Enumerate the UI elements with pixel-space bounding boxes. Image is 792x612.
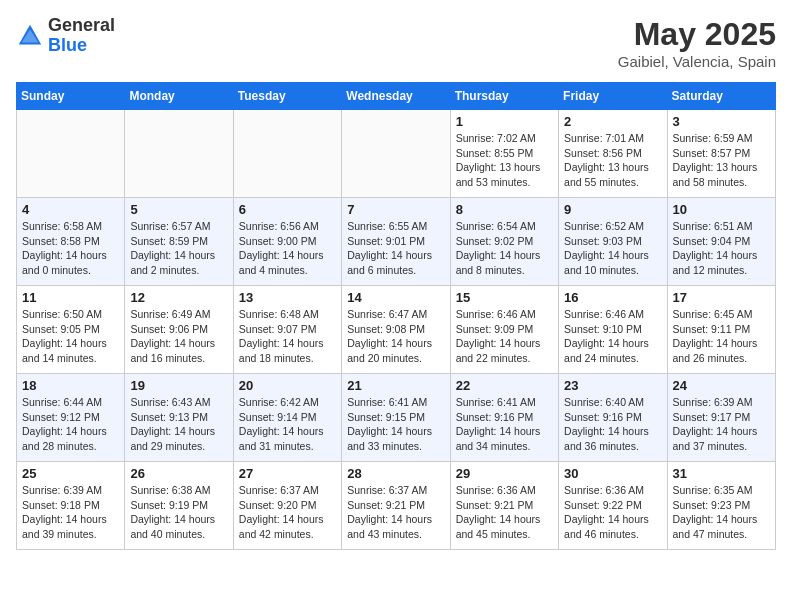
calendar-cell: 22Sunrise: 6:41 AMSunset: 9:16 PMDayligh… xyxy=(450,374,558,462)
calendar-cell: 10Sunrise: 6:51 AMSunset: 9:04 PMDayligh… xyxy=(667,198,775,286)
day-info: Sunrise: 7:01 AMSunset: 8:56 PMDaylight:… xyxy=(564,131,661,190)
calendar-cell: 25Sunrise: 6:39 AMSunset: 9:18 PMDayligh… xyxy=(17,462,125,550)
day-number: 27 xyxy=(239,466,336,481)
title-block: May 2025 Gaibiel, Valencia, Spain xyxy=(618,16,776,70)
day-number: 18 xyxy=(22,378,119,393)
day-info: Sunrise: 6:52 AMSunset: 9:03 PMDaylight:… xyxy=(564,219,661,278)
calendar-cell: 20Sunrise: 6:42 AMSunset: 9:14 PMDayligh… xyxy=(233,374,341,462)
day-info: Sunrise: 6:37 AMSunset: 9:21 PMDaylight:… xyxy=(347,483,444,542)
day-info: Sunrise: 6:55 AMSunset: 9:01 PMDaylight:… xyxy=(347,219,444,278)
day-number: 2 xyxy=(564,114,661,129)
day-info: Sunrise: 6:36 AMSunset: 9:22 PMDaylight:… xyxy=(564,483,661,542)
month-year: May 2025 xyxy=(618,16,776,53)
calendar-cell: 24Sunrise: 6:39 AMSunset: 9:17 PMDayligh… xyxy=(667,374,775,462)
calendar-cell: 13Sunrise: 6:48 AMSunset: 9:07 PMDayligh… xyxy=(233,286,341,374)
logo: General Blue xyxy=(16,16,115,56)
weekday-header-tuesday: Tuesday xyxy=(233,83,341,110)
day-number: 8 xyxy=(456,202,553,217)
day-number: 22 xyxy=(456,378,553,393)
day-info: Sunrise: 6:54 AMSunset: 9:02 PMDaylight:… xyxy=(456,219,553,278)
calendar-week-row: 4Sunrise: 6:58 AMSunset: 8:58 PMDaylight… xyxy=(17,198,776,286)
day-info: Sunrise: 6:42 AMSunset: 9:14 PMDaylight:… xyxy=(239,395,336,454)
day-number: 19 xyxy=(130,378,227,393)
day-number: 3 xyxy=(673,114,770,129)
weekday-header-sunday: Sunday xyxy=(17,83,125,110)
calendar-week-row: 11Sunrise: 6:50 AMSunset: 9:05 PMDayligh… xyxy=(17,286,776,374)
weekday-header-thursday: Thursday xyxy=(450,83,558,110)
calendar-cell: 30Sunrise: 6:36 AMSunset: 9:22 PMDayligh… xyxy=(559,462,667,550)
calendar-cell: 18Sunrise: 6:44 AMSunset: 9:12 PMDayligh… xyxy=(17,374,125,462)
calendar-week-row: 1Sunrise: 7:02 AMSunset: 8:55 PMDaylight… xyxy=(17,110,776,198)
day-number: 4 xyxy=(22,202,119,217)
day-number: 14 xyxy=(347,290,444,305)
calendar-cell: 29Sunrise: 6:36 AMSunset: 9:21 PMDayligh… xyxy=(450,462,558,550)
day-info: Sunrise: 6:51 AMSunset: 9:04 PMDaylight:… xyxy=(673,219,770,278)
day-info: Sunrise: 6:39 AMSunset: 9:17 PMDaylight:… xyxy=(673,395,770,454)
page-header: General Blue May 2025 Gaibiel, Valencia,… xyxy=(16,16,776,70)
day-info: Sunrise: 6:36 AMSunset: 9:21 PMDaylight:… xyxy=(456,483,553,542)
day-info: Sunrise: 6:40 AMSunset: 9:16 PMDaylight:… xyxy=(564,395,661,454)
day-number: 12 xyxy=(130,290,227,305)
calendar-cell: 9Sunrise: 6:52 AMSunset: 9:03 PMDaylight… xyxy=(559,198,667,286)
day-number: 6 xyxy=(239,202,336,217)
calendar-cell: 27Sunrise: 6:37 AMSunset: 9:20 PMDayligh… xyxy=(233,462,341,550)
day-info: Sunrise: 6:39 AMSunset: 9:18 PMDaylight:… xyxy=(22,483,119,542)
calendar-week-row: 25Sunrise: 6:39 AMSunset: 9:18 PMDayligh… xyxy=(17,462,776,550)
day-number: 1 xyxy=(456,114,553,129)
calendar-cell: 11Sunrise: 6:50 AMSunset: 9:05 PMDayligh… xyxy=(17,286,125,374)
calendar-cell: 8Sunrise: 6:54 AMSunset: 9:02 PMDaylight… xyxy=(450,198,558,286)
day-info: Sunrise: 6:49 AMSunset: 9:06 PMDaylight:… xyxy=(130,307,227,366)
calendar-cell xyxy=(342,110,450,198)
logo-icon xyxy=(16,22,44,50)
location: Gaibiel, Valencia, Spain xyxy=(618,53,776,70)
day-info: Sunrise: 6:38 AMSunset: 9:19 PMDaylight:… xyxy=(130,483,227,542)
day-number: 30 xyxy=(564,466,661,481)
day-number: 10 xyxy=(673,202,770,217)
calendar-cell: 7Sunrise: 6:55 AMSunset: 9:01 PMDaylight… xyxy=(342,198,450,286)
day-number: 28 xyxy=(347,466,444,481)
calendar-cell: 23Sunrise: 6:40 AMSunset: 9:16 PMDayligh… xyxy=(559,374,667,462)
calendar-cell: 12Sunrise: 6:49 AMSunset: 9:06 PMDayligh… xyxy=(125,286,233,374)
weekday-header-wednesday: Wednesday xyxy=(342,83,450,110)
day-info: Sunrise: 6:46 AMSunset: 9:09 PMDaylight:… xyxy=(456,307,553,366)
day-info: Sunrise: 6:59 AMSunset: 8:57 PMDaylight:… xyxy=(673,131,770,190)
calendar-cell: 4Sunrise: 6:58 AMSunset: 8:58 PMDaylight… xyxy=(17,198,125,286)
day-info: Sunrise: 6:57 AMSunset: 8:59 PMDaylight:… xyxy=(130,219,227,278)
day-number: 17 xyxy=(673,290,770,305)
calendar-cell xyxy=(233,110,341,198)
day-info: Sunrise: 6:41 AMSunset: 9:16 PMDaylight:… xyxy=(456,395,553,454)
day-info: Sunrise: 6:41 AMSunset: 9:15 PMDaylight:… xyxy=(347,395,444,454)
day-number: 20 xyxy=(239,378,336,393)
weekday-header-monday: Monday xyxy=(125,83,233,110)
logo-blue-text: Blue xyxy=(48,35,87,55)
calendar-cell: 2Sunrise: 7:01 AMSunset: 8:56 PMDaylight… xyxy=(559,110,667,198)
calendar-cell: 19Sunrise: 6:43 AMSunset: 9:13 PMDayligh… xyxy=(125,374,233,462)
day-number: 5 xyxy=(130,202,227,217)
weekday-header-friday: Friday xyxy=(559,83,667,110)
calendar-cell xyxy=(17,110,125,198)
day-info: Sunrise: 6:50 AMSunset: 9:05 PMDaylight:… xyxy=(22,307,119,366)
day-info: Sunrise: 6:47 AMSunset: 9:08 PMDaylight:… xyxy=(347,307,444,366)
day-number: 13 xyxy=(239,290,336,305)
weekday-header-row: SundayMondayTuesdayWednesdayThursdayFrid… xyxy=(17,83,776,110)
calendar-cell: 14Sunrise: 6:47 AMSunset: 9:08 PMDayligh… xyxy=(342,286,450,374)
day-info: Sunrise: 6:56 AMSunset: 9:00 PMDaylight:… xyxy=(239,219,336,278)
weekday-header-saturday: Saturday xyxy=(667,83,775,110)
day-number: 29 xyxy=(456,466,553,481)
calendar-cell: 28Sunrise: 6:37 AMSunset: 9:21 PMDayligh… xyxy=(342,462,450,550)
calendar-week-row: 18Sunrise: 6:44 AMSunset: 9:12 PMDayligh… xyxy=(17,374,776,462)
calendar-cell: 21Sunrise: 6:41 AMSunset: 9:15 PMDayligh… xyxy=(342,374,450,462)
calendar-cell: 3Sunrise: 6:59 AMSunset: 8:57 PMDaylight… xyxy=(667,110,775,198)
day-info: Sunrise: 6:45 AMSunset: 9:11 PMDaylight:… xyxy=(673,307,770,366)
day-number: 16 xyxy=(564,290,661,305)
day-number: 24 xyxy=(673,378,770,393)
day-number: 23 xyxy=(564,378,661,393)
calendar-cell: 15Sunrise: 6:46 AMSunset: 9:09 PMDayligh… xyxy=(450,286,558,374)
calendar-table: SundayMondayTuesdayWednesdayThursdayFrid… xyxy=(16,82,776,550)
logo-general-text: General xyxy=(48,15,115,35)
calendar-cell: 17Sunrise: 6:45 AMSunset: 9:11 PMDayligh… xyxy=(667,286,775,374)
calendar-cell xyxy=(125,110,233,198)
calendar-cell: 31Sunrise: 6:35 AMSunset: 9:23 PMDayligh… xyxy=(667,462,775,550)
calendar-cell: 1Sunrise: 7:02 AMSunset: 8:55 PMDaylight… xyxy=(450,110,558,198)
day-info: Sunrise: 6:43 AMSunset: 9:13 PMDaylight:… xyxy=(130,395,227,454)
